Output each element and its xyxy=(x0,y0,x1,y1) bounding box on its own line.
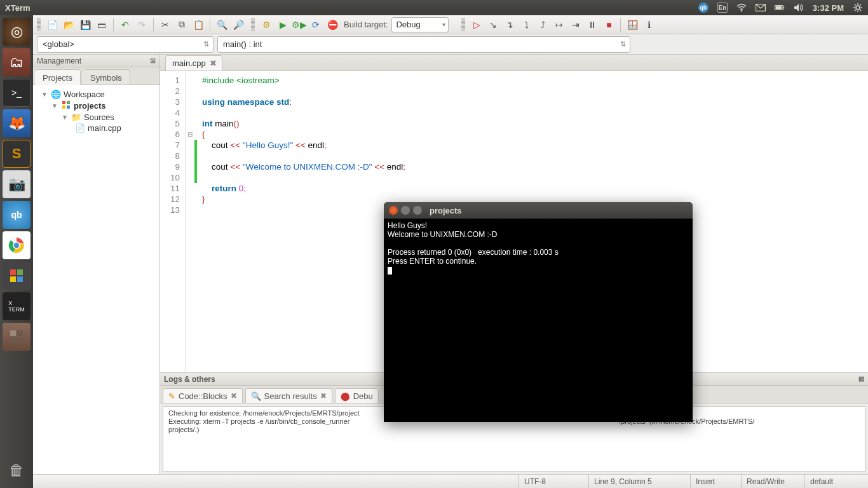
close-icon[interactable]: ⊠ xyxy=(858,375,864,383)
svg-line-10 xyxy=(855,4,856,6)
battery-icon[interactable] xyxy=(775,3,785,13)
debug-step-instr-icon[interactable]: ⇥ xyxy=(568,17,583,32)
toolbar-handle[interactable] xyxy=(37,18,41,31)
svg-rect-22 xyxy=(10,330,16,336)
wifi-icon[interactable] xyxy=(736,3,747,13)
build-target-combo[interactable]: Debug xyxy=(391,17,449,32)
window-minimize-icon[interactable] xyxy=(401,206,410,215)
build-run-icon[interactable]: ⚙▶ xyxy=(292,17,307,32)
svg-point-0 xyxy=(741,10,742,11)
copy-icon[interactable]: ⧉ xyxy=(174,17,189,32)
save-icon[interactable]: 💾 xyxy=(78,17,93,32)
tree-project[interactable]: ▼projects xyxy=(36,100,157,112)
launcher-sublime[interactable]: S xyxy=(3,140,31,168)
launcher-screenshot[interactable]: 📷 xyxy=(3,170,31,198)
fold-column[interactable]: ⊟ xyxy=(186,71,194,372)
open-file-icon[interactable]: 📂 xyxy=(61,17,76,32)
scope-toolbar: <global> main() : int xyxy=(33,34,868,55)
debug-step-into-icon[interactable]: ⤵ xyxy=(519,17,534,32)
management-tabs: Projects Symbols xyxy=(33,67,159,85)
xterm-titlebar[interactable]: projects xyxy=(384,202,693,219)
status-readwrite: Read/Write xyxy=(741,475,804,488)
launcher-workspaces[interactable] xyxy=(3,323,31,351)
svg-line-12 xyxy=(855,10,856,11)
tree-file-maincpp[interactable]: 📄main.cpp xyxy=(36,123,157,133)
debug-break-icon[interactable]: ⏸ xyxy=(585,17,600,32)
svg-rect-24 xyxy=(10,337,16,343)
toolbar-handle[interactable] xyxy=(251,18,255,31)
window-close-icon[interactable] xyxy=(389,206,398,215)
xterm-output[interactable]: Hello Guys! Welcome to UNIXMEN.COM :-D P… xyxy=(384,219,693,277)
keyboard-indicator[interactable]: En xyxy=(717,3,728,13)
debug-next-instr-icon[interactable]: ↦ xyxy=(552,17,567,32)
close-icon[interactable]: ✖ xyxy=(210,58,217,68)
status-bar: UTF-8 Line 9, Column 5 Insert Read/Write… xyxy=(33,474,868,488)
save-all-icon[interactable]: 🗃 xyxy=(94,17,109,32)
build-icon[interactable]: ⚙ xyxy=(259,17,274,32)
tab-projects[interactable]: Projects xyxy=(35,69,81,85)
cut-icon[interactable]: ✂ xyxy=(158,17,173,32)
xterm-title: projects xyxy=(430,206,462,215)
launcher-terminal[interactable]: >_ xyxy=(3,79,31,107)
rebuild-icon[interactable]: ⟳ xyxy=(308,17,323,32)
qb-indicator-icon[interactable]: qb xyxy=(698,3,709,13)
code-text[interactable]: #include <iostream> using namespace std;… xyxy=(197,71,405,372)
system-menubar: XTerm qb En 3:32 PM xyxy=(0,0,868,15)
file-tab-maincpp[interactable]: main.cpp ✖ xyxy=(165,55,222,71)
debug-step-out-icon[interactable]: ⤴ xyxy=(535,17,550,32)
scope-function-combo[interactable]: main() : int xyxy=(217,36,630,53)
close-icon[interactable]: ⊠ xyxy=(150,57,156,65)
launcher-xterm[interactable]: XTERM xyxy=(3,292,31,320)
management-panel: Management ⊠ Projects Symbols ▼🌐Workspac… xyxy=(33,55,160,474)
find-replace-icon[interactable]: 🔎 xyxy=(231,17,246,32)
debug-next-line-icon[interactable]: ↴ xyxy=(502,17,517,32)
log-tab-codeblocks[interactable]: ✎Code::Blocks✖ xyxy=(163,388,243,403)
launcher-qbittorrent[interactable]: qb xyxy=(3,201,31,229)
launcher-firefox[interactable]: 🦊 xyxy=(3,109,31,137)
status-profile: default xyxy=(804,475,868,488)
clock[interactable]: 3:32 PM xyxy=(813,3,844,13)
project-tree: ▼🌐Workspace ▼projects ▼📁Sources 📄main.cp… xyxy=(33,85,159,474)
close-icon[interactable]: ✖ xyxy=(231,391,237,400)
undo-icon[interactable]: ↶ xyxy=(118,17,133,32)
xterm-window[interactable]: projects Hello Guys! Welcome to UNIXMEN.… xyxy=(384,202,693,422)
close-icon[interactable]: ✖ xyxy=(320,391,327,400)
scope-global-combo[interactable]: <global> xyxy=(37,36,214,53)
redo-icon[interactable]: ↷ xyxy=(134,17,149,32)
launcher-dash[interactable]: ◎ xyxy=(3,18,31,46)
window-maximize-icon[interactable] xyxy=(413,206,422,215)
gear-icon[interactable] xyxy=(853,3,863,13)
run-icon[interactable]: ▶ xyxy=(275,17,290,32)
main-toolbar: 📄 📂 💾 🗃 ↶ ↷ ✂ ⧉ 📋 🔍 🔎 ⚙ ▶ ⚙▶ ⟳ ⛔ Build t… xyxy=(33,15,868,34)
toolbar-handle[interactable] xyxy=(461,18,465,31)
abort-icon[interactable]: ⛔ xyxy=(325,17,340,32)
debug-run-cursor-icon[interactable]: ↘ xyxy=(485,17,501,32)
debug-info-icon[interactable]: ℹ xyxy=(641,17,656,32)
volume-icon[interactable] xyxy=(794,3,804,13)
debug-start-icon[interactable]: ▷ xyxy=(469,17,484,32)
tree-sources[interactable]: ▼📁Sources xyxy=(36,112,157,123)
svg-line-11 xyxy=(860,10,861,11)
tree-workspace[interactable]: ▼🌐Workspace xyxy=(36,89,157,100)
svg-rect-25 xyxy=(17,337,23,343)
status-mode: Insert xyxy=(690,475,741,488)
debug-windows-icon[interactable]: 🪟 xyxy=(625,17,640,32)
svg-rect-27 xyxy=(67,101,70,104)
launcher-app-squares[interactable] xyxy=(3,262,31,290)
log-tab-search[interactable]: 🔍Search results✖ xyxy=(245,388,332,403)
launcher-trash[interactable]: 🗑 xyxy=(3,456,31,484)
paste-icon[interactable]: 📋 xyxy=(191,17,206,32)
svg-rect-28 xyxy=(62,105,65,109)
launcher-chrome[interactable] xyxy=(3,231,31,259)
launcher-files[interactable]: 🗂 xyxy=(3,48,31,76)
svg-rect-19 xyxy=(17,269,23,275)
svg-rect-21 xyxy=(17,276,23,282)
log-tab-debugger[interactable]: ⬤Debu xyxy=(335,388,379,403)
new-file-icon[interactable]: 📄 xyxy=(44,17,60,32)
tab-symbols[interactable]: Symbols xyxy=(83,69,130,85)
svg-rect-23 xyxy=(17,330,23,336)
debug-stop-icon[interactable]: ■ xyxy=(601,17,616,32)
mail-icon[interactable] xyxy=(756,3,766,13)
svg-rect-3 xyxy=(783,6,784,8)
find-icon[interactable]: 🔍 xyxy=(214,17,229,32)
